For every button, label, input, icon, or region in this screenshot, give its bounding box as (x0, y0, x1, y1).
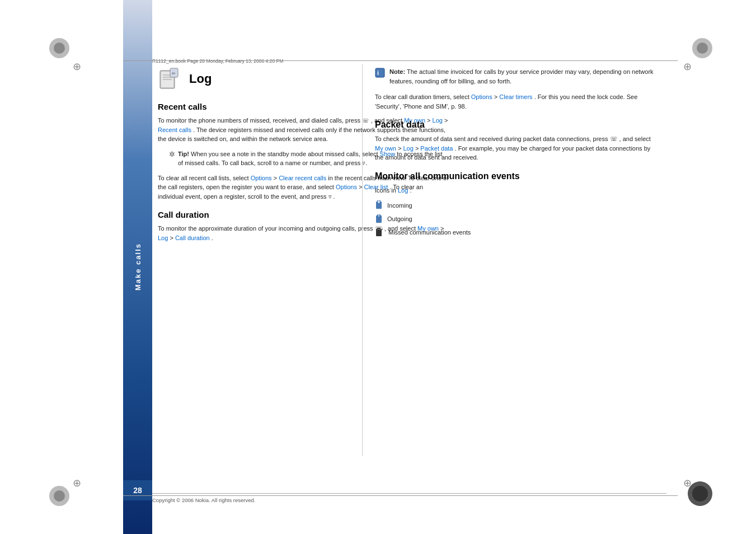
link-options-2[interactable]: Options (336, 184, 357, 190)
tip-label: Tip! (178, 151, 189, 157)
right-content: i Note: The actual time invoiced for cal… (369, 45, 666, 252)
outgoing-label: Outgoing (387, 216, 412, 222)
incoming-phone-icon (375, 199, 383, 211)
note-icon: i (375, 68, 385, 78)
corner-circle-br (688, 481, 712, 506)
monitor-intro: Icons in Log : (375, 186, 660, 195)
crosshair-bl: ⊕ (73, 477, 81, 489)
incoming-label: Incoming (387, 202, 412, 209)
svg-text:✏: ✏ (172, 71, 176, 76)
link-recent-calls[interactable]: Recent calls (158, 127, 191, 133)
clear-timers-text: To clear call duration timers, select Op… (375, 92, 660, 111)
corner-circle-tl (49, 38, 69, 58)
note-label: Note: (389, 68, 405, 75)
log-icon: ✏ (158, 67, 181, 91)
link-my-own-3[interactable]: My own (375, 145, 396, 152)
monitor-heading: Monitor all communication events (375, 171, 660, 181)
note-text: Note: The actual time invoiced for calls… (389, 67, 660, 86)
missed-label: Missed communication events (388, 229, 471, 236)
svg-text:i: i (377, 69, 379, 76)
column-divider (362, 64, 363, 456)
monitor-section: Monitor all communication events Icons i… (375, 171, 660, 238)
link-options-1[interactable]: Options (251, 175, 272, 181)
missed-icon (375, 227, 384, 238)
icon-item-incoming: Incoming (375, 199, 660, 211)
link-clear-recent[interactable]: Clear recent calls (279, 175, 326, 181)
link-clear-timers[interactable]: Clear timers (499, 93, 532, 100)
corner-circle-bl (49, 486, 69, 506)
icon-item-missed: Missed communication events (375, 227, 660, 238)
page-number: 28 (123, 480, 152, 500)
link-log-2[interactable]: Log (158, 235, 168, 241)
link-log-4[interactable]: Log (398, 187, 408, 194)
outgoing-phone-icon (375, 213, 383, 224)
crosshair-tl: ⊕ (73, 60, 81, 73)
footer: Copyright © 2006 Nokia. All rights reser… (152, 493, 666, 503)
note-box: i Note: The actual time invoiced for cal… (375, 67, 660, 86)
sidebar-label: Make calls (134, 243, 142, 291)
tip-asterisk-icon: ✲ (169, 150, 175, 158)
link-log-3[interactable]: Log (403, 145, 413, 152)
icon-item-outgoing: Outgoing (375, 213, 660, 224)
packet-data-body: To check the amount of data sent and rec… (375, 134, 660, 162)
corner-circle-tr (692, 38, 712, 58)
sidebar-strip: Make calls (123, 0, 152, 534)
packet-data-section: Packet data To check the amount of data … (375, 120, 660, 162)
page-container: ⊕ ⊕ ⊕ ⊕ Make calls 28 R1112_en.book Page… (0, 0, 756, 534)
copyright-text: Copyright © 2006 Nokia. All rights reser… (152, 497, 255, 503)
link-packet-data[interactable]: Packet data (420, 145, 453, 152)
crosshair-tr: ⊕ (683, 60, 692, 73)
packet-data-heading: Packet data (375, 120, 660, 130)
link-call-duration[interactable]: Call duration (175, 235, 210, 241)
log-heading: Log (189, 72, 212, 86)
link-options-clear[interactable]: Options (471, 93, 492, 100)
icons-list: Incoming Outgoing (375, 199, 660, 238)
